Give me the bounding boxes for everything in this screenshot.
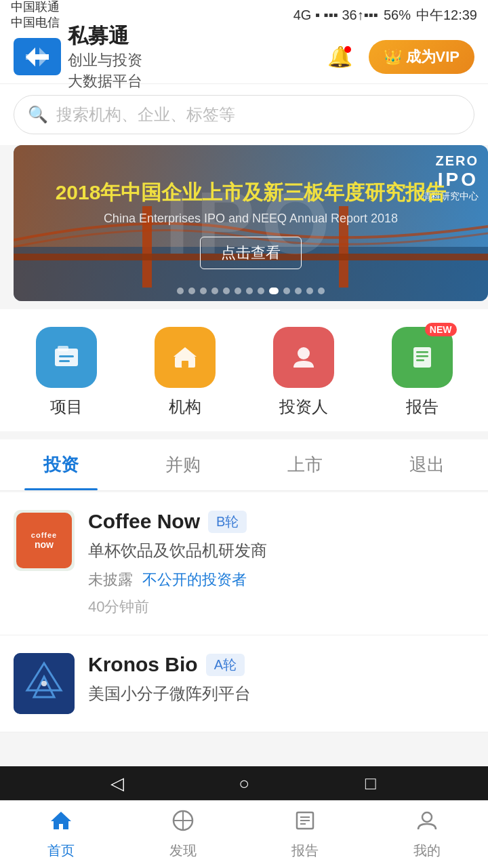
app-logo-icon (14, 38, 61, 75)
dot-12 (318, 288, 325, 294)
carrier1: 中国联通 (11, 0, 60, 15)
investor-label: 投资人 (279, 396, 328, 418)
home-nav-icon (49, 809, 73, 837)
app-name: 私募通 (68, 22, 142, 50)
coffee-time: 40分钟前 (88, 597, 474, 617)
nav-discover[interactable]: 发现 (122, 801, 244, 868)
search-icon: 🔍 (28, 105, 48, 124)
header: 私募通 创业与投资 大数据平台 🔔 👑 成为VIP (0, 30, 488, 84)
nav-mine-label: 我的 (413, 842, 441, 860)
dot-11 (306, 288, 313, 294)
kronos-desc: 美国小分子微阵列平台 (88, 683, 474, 705)
search-bar-container: 🔍 搜索机构、企业、标签等 (0, 84, 488, 145)
nav-report-label: 报告 (291, 842, 319, 860)
time: 中午12:39 (416, 6, 477, 24)
report-nav-icon (293, 809, 317, 837)
dot-6 (246, 288, 253, 294)
category-report[interactable]: NEW 报告 (392, 327, 453, 418)
svg-rect-7 (58, 346, 68, 351)
coffee-title-row: Coffee Now B轮 (88, 510, 474, 533)
discover-nav-icon (171, 809, 195, 837)
mine-nav-icon (415, 809, 439, 837)
coffee-inner: coffee now (16, 513, 72, 568)
kronos-content: Kronos Bio A轮 美国小分子微阵列平台 (88, 653, 474, 714)
nav-report[interactable]: 报告 (244, 801, 366, 868)
coffee-text1: coffee (31, 531, 57, 539)
home-indicator-bar: ◁ ○ □ (0, 766, 488, 800)
svg-marker-1 (26, 47, 49, 66)
dot-4 (223, 288, 230, 294)
tab-ipo[interactable]: 上市 (244, 439, 366, 490)
dot-8-active (269, 288, 279, 294)
tab-invest[interactable]: 投资 (0, 439, 122, 490)
svg-marker-22 (51, 812, 71, 829)
tagline1: 创业与投资 (68, 50, 142, 71)
kronos-bio-logo (14, 653, 75, 714)
coffee-amount: 未披露 (88, 570, 133, 590)
tab-exit[interactable]: 退出 (366, 439, 488, 490)
tab-merge[interactable]: 并购 (122, 439, 244, 490)
search-placeholder: 搜索机构、企业、标签等 (56, 104, 235, 125)
coffee-round: B轮 (208, 511, 247, 533)
news-item-kronos-bio[interactable]: Kronos Bio A轮 美国小分子微阵列平台 (0, 635, 488, 732)
banner-title-suffix: 年度研究报告 (324, 181, 446, 203)
kronos-company: Kronos Bio (88, 653, 198, 676)
dot-2 (200, 288, 207, 294)
svg-rect-12 (182, 361, 188, 368)
tagline2: 大数据平台 (68, 71, 142, 92)
vip-button[interactable]: 👑 成为VIP (369, 40, 474, 74)
banner-cta-button[interactable]: 点击查看 (200, 237, 302, 269)
report-icon: NEW (392, 327, 453, 388)
coffee-company: Coffee Now (88, 510, 200, 533)
search-input-wrap[interactable]: 🔍 搜索机构、企业、标签等 (14, 95, 474, 134)
coffee-text2: now (35, 539, 54, 550)
banner-content: 2018年中国企业上市及新三板年度研究报告 China Enterprises … (14, 145, 488, 301)
recents-button[interactable]: □ (352, 765, 389, 802)
new-badge: NEW (425, 323, 457, 336)
categories-grid: 项目 机构 投资人 NEW (0, 309, 488, 431)
svg-rect-15 (416, 351, 428, 353)
news-item-coffee-now[interactable]: coffee now Coffee Now B轮 单杯饮品及饮品机研发商 未披露… (0, 492, 488, 635)
notification-bell[interactable]: 🔔 (325, 42, 355, 72)
banner[interactable]: IPO ZERO IPO 清科研究中心 2018年中国企业上市及新三板年度研究报… (14, 145, 488, 301)
dot-5 (235, 288, 241, 294)
svg-rect-14 (413, 347, 431, 368)
svg-point-21 (41, 681, 47, 686)
coffee-desc: 单杯饮品及饮品机研发商 (88, 540, 474, 561)
dot-0 (177, 288, 184, 294)
logo-area: 私募通 创业与投资 大数据平台 (14, 22, 142, 92)
nav-home-label: 首页 (47, 842, 75, 860)
app-name-block: 私募通 创业与投资 大数据平台 (68, 22, 142, 92)
institution-label: 机构 (169, 396, 201, 418)
nav-mine[interactable]: 我的 (366, 801, 488, 868)
battery: 56% (384, 7, 411, 23)
svg-marker-11 (174, 347, 197, 357)
vip-label: 成为VIP (406, 47, 460, 67)
coffee-investor-row: 未披露 不公开的投资者 (88, 570, 474, 590)
banner-title: 2018年中国企业上市及新三板年度研究报告 (56, 177, 447, 208)
project-label: 项目 (50, 396, 83, 418)
category-investor[interactable]: 投资人 (273, 327, 334, 418)
content-tabs: 投资 并购 上市 退出 (0, 439, 488, 491)
dot-9 (283, 288, 290, 294)
dot-1 (188, 288, 195, 294)
banner-subtitle: China Enterprises IPO and NEEQ Annual Re… (104, 212, 398, 226)
coffee-investor-link[interactable]: 不公开的投资者 (142, 570, 247, 590)
banner-dots (177, 288, 325, 294)
report-label: 报告 (406, 396, 439, 418)
coffee-now-content: Coffee Now B轮 单杯饮品及饮品机研发商 未披露 不公开的投资者 40… (88, 510, 474, 617)
category-project[interactable]: 项目 (36, 327, 97, 418)
svg-point-13 (298, 347, 310, 359)
nav-discover-label: 发现 (169, 842, 197, 860)
institution-icon (155, 327, 216, 388)
dot-3 (211, 288, 218, 294)
svg-rect-16 (416, 355, 428, 357)
banner-title-prefix: 2018年中国 (56, 181, 162, 203)
category-institution[interactable]: 机构 (155, 327, 216, 418)
signal-icon: 4G ▪ ▪▪▪ 36↑▪▪▪ (293, 7, 378, 23)
back-button[interactable]: ◁ (99, 765, 136, 802)
investor-icon (273, 327, 334, 388)
dot-10 (295, 288, 302, 294)
nav-home[interactable]: 首页 (0, 801, 122, 868)
home-button[interactable]: ○ (226, 765, 262, 802)
